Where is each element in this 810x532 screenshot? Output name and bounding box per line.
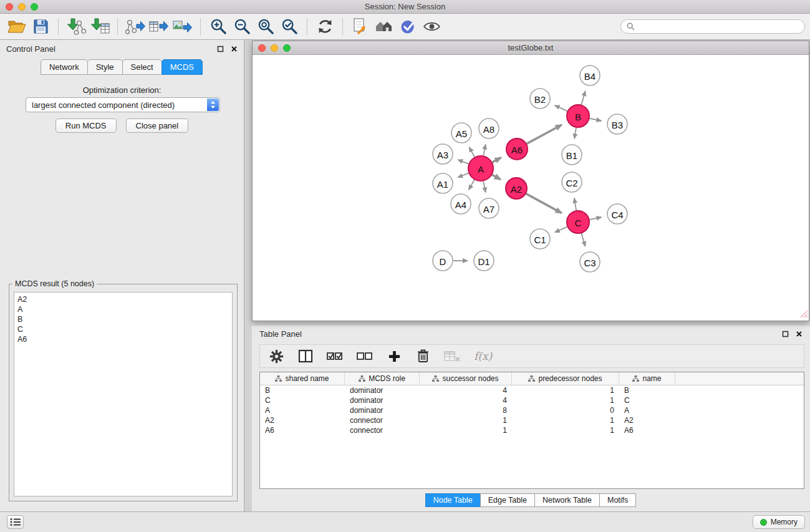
graph-node-B[interactable]: B: [567, 105, 589, 127]
delete-table-button[interactable]: [444, 351, 460, 362]
minimize-window-button[interactable]: [18, 3, 26, 11]
result-item-a2[interactable]: A2: [17, 294, 229, 304]
graph-node-C3[interactable]: C3: [580, 252, 600, 272]
deselect-all-button[interactable]: [357, 351, 373, 362]
graph-node-C2[interactable]: C2: [562, 172, 582, 192]
column-header-mcds-role[interactable]: MCDS role: [345, 372, 420, 385]
graph-edge-B-B3[interactable]: [590, 118, 602, 121]
vizmap-check-button[interactable]: [396, 16, 420, 38]
zoom-in-button[interactable]: [206, 16, 230, 38]
export-table-button[interactable]: [147, 16, 171, 38]
run-mcds-button[interactable]: Run MCDS: [55, 118, 117, 133]
graph-edge-A-A2[interactable]: [492, 175, 500, 180]
search-field[interactable]: [620, 19, 805, 34]
result-item-c[interactable]: C: [17, 324, 229, 334]
graph-edge-B-B1[interactable]: [574, 128, 576, 139]
tab-select[interactable]: Select: [122, 59, 162, 75]
network-graph[interactable]: B4B2BB3A5A8A6B1A3AC2A1A2A4A7C4CC1C3DD1: [253, 56, 809, 321]
panel-menu-button[interactable]: [7, 515, 24, 529]
optimization-criterion-select[interactable]: largest connected component (directed): [26, 97, 220, 112]
import-network-from-file-button[interactable]: [64, 16, 88, 38]
graph-node-A4[interactable]: A4: [451, 194, 471, 214]
graph-node-A8[interactable]: A8: [479, 118, 499, 138]
column-header-name[interactable]: name: [619, 372, 675, 385]
column-header-shared-name[interactable]: shared name: [260, 372, 345, 385]
graph-node-B3[interactable]: B3: [607, 114, 627, 134]
graph-node-C[interactable]: C: [567, 211, 589, 233]
graph-edge-B-B2[interactable]: [555, 105, 567, 111]
graph-edge-A6-B[interactable]: [527, 125, 562, 143]
graph-edge-A-A4[interactable]: [469, 180, 475, 190]
graph-node-B4[interactable]: B4: [580, 65, 600, 85]
graph-node-A1[interactable]: A1: [433, 173, 453, 193]
open-ndex-button[interactable]: [372, 16, 396, 38]
column-header-predecessor-nodes[interactable]: predecessor nodes: [512, 372, 619, 385]
save-session-button[interactable]: [29, 16, 52, 38]
graph-edge-B-B4[interactable]: [581, 91, 585, 105]
column-visibility-button[interactable]: [298, 349, 313, 363]
column-header-successor-nodes[interactable]: successor nodes: [420, 372, 512, 385]
tab-node-table[interactable]: Node Table: [425, 493, 481, 507]
tab-motifs[interactable]: Motifs: [599, 493, 636, 507]
network-window-titlebar[interactable]: testGlobe.txt: [253, 41, 809, 55]
graph-edge-C-C3[interactable]: [581, 233, 585, 246]
add-column-button[interactable]: [387, 351, 402, 362]
network-zoom-button[interactable]: [283, 44, 291, 52]
graph-edge-A-A6[interactable]: [493, 158, 501, 162]
graph-edge-A-A7[interactable]: [483, 181, 486, 193]
close-panel-icon[interactable]: [231, 46, 238, 52]
graph-node-D[interactable]: D: [433, 251, 453, 271]
graph-edge-A-A5[interactable]: [469, 147, 475, 157]
select-all-button[interactable]: [327, 351, 343, 362]
tab-network[interactable]: Network: [41, 59, 88, 75]
memory-button[interactable]: Memory: [753, 515, 805, 529]
network-close-button[interactable]: [258, 44, 266, 52]
tab-edge-table[interactable]: Edge Table: [480, 493, 535, 507]
tab-mcds[interactable]: MCDS: [162, 59, 203, 75]
graph-node-C4[interactable]: C4: [607, 204, 627, 224]
mcds-result-list[interactable]: A2ABCA6: [14, 292, 233, 496]
graph-edge-A-A1[interactable]: [458, 173, 468, 178]
result-item-b[interactable]: B: [17, 314, 229, 324]
show-hide-graphics-button[interactable]: [420, 16, 443, 38]
table-row-c[interactable]: Cdominator41C: [260, 395, 804, 405]
table-row-a2[interactable]: A2connector11A2: [260, 415, 804, 425]
export-network-button[interactable]: [123, 16, 147, 38]
graph-node-A[interactable]: A: [468, 156, 493, 181]
graph-node-A7[interactable]: A7: [479, 198, 499, 218]
graph-node-A2[interactable]: A2: [506, 178, 527, 199]
first-neighbors-button[interactable]: [349, 16, 372, 38]
close-panel-button[interactable]: Close panel: [126, 118, 189, 133]
table-row-b[interactable]: Bdominator41B: [260, 385, 804, 395]
network-canvas[interactable]: B4B2BB3A5A8A6B1A3AC2A1A2A4A7C4CC1C3DD1: [253, 56, 809, 321]
graph-node-A3[interactable]: A3: [433, 144, 453, 164]
graph-edge-A-A3[interactable]: [458, 160, 468, 163]
tab-network-table[interactable]: Network Table: [534, 493, 600, 507]
import-table-from-file-button[interactable]: [88, 16, 112, 38]
apply-layout-button[interactable]: [313, 16, 337, 38]
graph-node-A5[interactable]: A5: [451, 123, 471, 143]
table-row-a6[interactable]: A6connector11A6: [260, 425, 804, 435]
graph-edge-C-C2[interactable]: [574, 198, 576, 211]
zoom-out-button[interactable]: [230, 16, 254, 38]
network-minimize-button[interactable]: [271, 44, 278, 52]
graph-node-B1[interactable]: B1: [562, 145, 582, 165]
delete-column-button[interactable]: [415, 349, 430, 363]
graph-node-A6[interactable]: A6: [506, 138, 528, 160]
graph-edge-A2-C[interactable]: [526, 194, 562, 213]
zoom-selected-button[interactable]: [277, 16, 301, 38]
zoom-fit-button[interactable]: [254, 16, 277, 38]
float-panel-icon[interactable]: [217, 46, 224, 52]
export-image-button[interactable]: [171, 16, 195, 38]
graph-edge-C-C1[interactable]: [555, 227, 567, 233]
result-item-a6[interactable]: A6: [17, 334, 229, 344]
result-item-a[interactable]: A: [17, 304, 229, 314]
graph-node-B2[interactable]: B2: [530, 89, 550, 109]
table-row-a[interactable]: Adominator80A: [260, 405, 804, 415]
graph-node-D1[interactable]: D1: [474, 251, 494, 271]
function-builder-button[interactable]: f(x): [474, 350, 492, 362]
float-table-panel-icon[interactable]: [782, 331, 789, 337]
close-table-panel-icon[interactable]: [796, 331, 803, 337]
resize-grip-icon[interactable]: [800, 310, 808, 320]
open-file-button[interactable]: [5, 16, 29, 38]
